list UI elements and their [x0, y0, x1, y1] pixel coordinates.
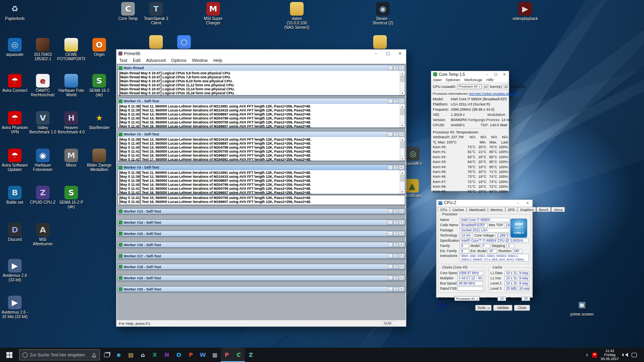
child-minimize-button[interactable]: –: [388, 254, 393, 258]
child-close-button[interactable]: ×: [399, 99, 404, 103]
scroll-down-icon[interactable]: ▼: [400, 156, 405, 161]
collapsed-worker-window[interactable]: Worker #18 - Self-Test – □ ×: [118, 264, 405, 270]
child-restore-button[interactable]: □: [393, 254, 398, 258]
desktop-icon[interactable]: ☂ Avira Software Updater: [1, 149, 29, 172]
desktop-icon[interactable]: 20170403 185302-1: [29, 38, 57, 61]
intel-driver-update-link[interactable]: Auf Intel-Treiber-Updates überprüfen: [469, 92, 521, 95]
collapsed-worker-window[interactable]: Worker #19 - Self-Test – □ ×: [118, 275, 405, 281]
child-titlebar[interactable]: Worker #3 - Self-Test – □ ×: [118, 165, 405, 170]
child-restore-button[interactable]: □: [393, 287, 398, 291]
desktop-icon[interactable]: CEWE FOTOIMPORTER: [57, 38, 85, 61]
taskbar-clock[interactable]: 11:42 Freitag 05.05.2017: [601, 349, 619, 361]
scrollbar[interactable]: ▲ ▼: [400, 137, 405, 161]
search-input[interactable]: [30, 352, 90, 357]
prime95-titlebar[interactable]: Prime95 – □ ×: [116, 50, 406, 57]
child-close-button[interactable]: ×: [399, 243, 404, 247]
search-box[interactable]: [19, 349, 100, 360]
tab[interactable]: Mainboard: [467, 207, 488, 212]
child-minimize-button[interactable]: –: [388, 265, 393, 269]
child-restore-button[interactable]: □: [393, 66, 398, 70]
menu-item[interactable]: Hilfe: [484, 78, 496, 82]
tab[interactable]: SPD: [506, 207, 517, 212]
cpu-select-combo[interactable]: Prozessor #0 ▾: [457, 84, 482, 89]
desktop-icon[interactable]: [142, 35, 170, 50]
close-button[interactable]: ×: [523, 200, 532, 206]
desktop-icon[interactable]: S SEMA 16-2 P (de): [57, 186, 85, 209]
desktop-icon[interactable]: A MSI Afterburner: [29, 223, 57, 246]
avira-tray-icon[interactable]: ☂: [592, 352, 597, 358]
scroll-thumb[interactable]: [400, 142, 404, 148]
close-button[interactable]: ×: [394, 50, 406, 57]
desktop-icon[interactable]: H Heaven Benchmark 4.0: [57, 111, 85, 134]
cpuz-titlebar[interactable]: CPU-Z – ×: [436, 200, 532, 206]
scroll-track[interactable]: [400, 75, 405, 91]
desktop-icon[interactable]: [366, 35, 394, 50]
child-close-button[interactable]: ×: [399, 220, 404, 225]
tab[interactable]: About: [551, 207, 565, 212]
task-view-button[interactable]: [101, 348, 113, 362]
scroll-up-icon[interactable]: ▲: [400, 170, 405, 175]
desktop-icon[interactable]: ☂ Avira Connect: [1, 74, 29, 93]
child-close-button[interactable]: ×: [399, 287, 404, 291]
microphone-icon[interactable]: [93, 353, 95, 357]
show-hidden-icons-chevron[interactable]: ∧: [586, 353, 588, 357]
desktop-icon[interactable]: Z CPUID CPU-Z: [29, 186, 57, 205]
collapsed-worker-window[interactable]: Worker #15 - Self-Test – □ ×: [118, 231, 405, 237]
scroll-thumb[interactable]: [400, 76, 404, 82]
volume-icon[interactable]: [622, 353, 628, 357]
child-restore-button[interactable]: □: [393, 209, 398, 213]
desktop-icon[interactable]: Hartlauer Foto World: [57, 74, 85, 97]
scroll-track[interactable]: [400, 141, 405, 156]
collapsed-worker-window[interactable]: Worker #16 - Self-Test – □ ×: [118, 242, 405, 248]
menu-item[interactable]: Window: [189, 58, 210, 63]
child-titlebar[interactable]: Worker #1 - Self-Test – □ ×: [118, 98, 405, 104]
desktop-icon[interactable]: M Mixxx: [57, 149, 85, 167]
child-minimize-button[interactable]: –: [388, 165, 393, 170]
child-minimize-button[interactable]: –: [388, 231, 393, 236]
menu-item[interactable]: Advanced: [143, 58, 168, 63]
scroll-up-icon[interactable]: ▲: [400, 71, 405, 75]
tab[interactable]: Memory: [488, 207, 505, 212]
taskbar-app[interactable]: P: [221, 348, 233, 362]
desktop-icon[interactable]: ◎ aquasuite: [1, 38, 29, 57]
processor-select-combo[interactable]: Processor #1 ▾: [454, 296, 480, 301]
desktop-icon[interactable]: D Discord: [1, 223, 29, 242]
child-restore-button[interactable]: □: [393, 99, 398, 103]
scroll-down-icon[interactable]: ▼: [400, 189, 405, 194]
minimize-button[interactable]: –: [482, 71, 491, 78]
tab[interactable]: Graphics: [518, 207, 536, 212]
child-restore-button[interactable]: □: [393, 165, 398, 170]
child-close-button[interactable]: ×: [399, 254, 404, 258]
child-titlebar[interactable]: Worker #15 - Self-Test – □ ×: [118, 231, 405, 236]
desktop-icon[interactable]: C Core Temp: [114, 2, 142, 21]
action-center-icon[interactable]: [632, 353, 637, 357]
taskbar-app[interactable]: e: [113, 348, 125, 362]
scrollbar[interactable]: ▲ ▼: [400, 170, 405, 194]
scroll-track[interactable]: [400, 175, 405, 189]
tools-button[interactable]: Tools ▾: [475, 305, 492, 311]
desktop-icon[interactable]: M MSI Super Charger: [199, 2, 227, 25]
desktop-icon[interactable]: B Battle.net: [1, 186, 29, 205]
collapsed-worker-window[interactable]: Worker #20 - Self-Test – □ ×: [118, 286, 405, 292]
menu-item[interactable]: Help: [210, 58, 225, 63]
taskbar-app[interactable]: N: [161, 348, 173, 362]
scroll-thumb[interactable]: [400, 109, 404, 115]
child-close-button[interactable]: ×: [399, 165, 404, 170]
desktop-icon[interactable]: ◉ Steam - Shortcut (2): [369, 2, 397, 25]
child-restore-button[interactable]: □: [393, 231, 398, 236]
taskbar-app[interactable]: W: [197, 348, 209, 362]
collapsed-worker-window[interactable]: Worker #17 - Self-Test – □ ×: [118, 253, 405, 259]
scroll-down-icon[interactable]: ▼: [400, 123, 405, 127]
scroll-up-icon[interactable]: ▲: [400, 137, 405, 141]
child-minimize-button[interactable]: –: [388, 243, 393, 247]
child-titlebar[interactable]: Worker #20 - Self-Test – □ ×: [118, 286, 405, 292]
taskbar-app[interactable]: O: [173, 348, 185, 362]
tab[interactable]: Bench: [536, 207, 551, 212]
menu-item[interactable]: Optionen: [444, 78, 462, 82]
close-button[interactable]: Close: [514, 305, 530, 311]
collapsed-worker-window[interactable]: Worker #14 - Self-Test – □ ×: [118, 219, 405, 225]
menu-item[interactable]: Options: [168, 58, 189, 63]
scrollbar[interactable]: ▲ ▼: [400, 71, 405, 95]
desktop-icon[interactable]: Bilder Zwerge Medaillion: [85, 149, 113, 172]
child-minimize-button[interactable]: –: [388, 209, 393, 213]
